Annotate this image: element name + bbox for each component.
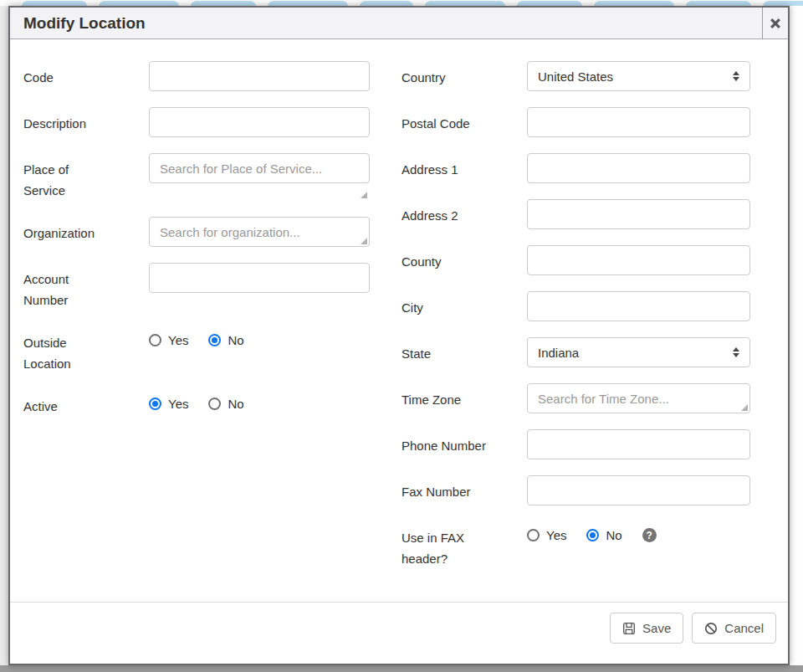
country-select[interactable]: United States	[527, 61, 750, 91]
form-row-city: City	[402, 291, 750, 321]
place-of-service-label: Place of Service	[23, 153, 149, 201]
close-button[interactable]	[762, 8, 788, 38]
radio-icon	[149, 398, 161, 410]
address-1-label: Address 1	[402, 153, 527, 183]
address-2-input[interactable]	[527, 199, 750, 229]
city-control	[527, 291, 750, 321]
save-button-label: Save	[642, 621, 671, 635]
outside-location-radio-yes[interactable]: Yes	[149, 333, 188, 347]
use-in-fax-header-control: YesNo?	[527, 521, 750, 569]
form-row-active: ActiveYesNo	[23, 390, 370, 417]
use-in-fax-header-radio-no[interactable]: No	[586, 528, 621, 542]
county-control	[527, 245, 750, 275]
state-select[interactable]: Indiana	[527, 337, 750, 367]
address-2-control	[527, 199, 750, 229]
city-input[interactable]	[527, 291, 750, 321]
active-radio-yes[interactable]: Yes	[149, 397, 188, 411]
background-page-bottom	[0, 665, 803, 672]
background-page-left	[0, 6, 8, 665]
phone-number-control	[527, 429, 750, 459]
form-row-address-2: Address 2	[402, 199, 750, 229]
dialog-body: CodeDescriptionPlace of ServiceOrganizat…	[10, 39, 788, 602]
active-radio-group: YesNo	[149, 390, 370, 411]
fax-number-label: Fax Number	[402, 475, 527, 505]
form-row-organization: Organization	[23, 217, 370, 247]
radio-icon	[208, 334, 221, 346]
active-label: Active	[23, 390, 149, 417]
radio-icon	[586, 529, 599, 541]
form-row-address-1: Address 1	[402, 153, 750, 183]
outside-location-control: YesNo	[149, 326, 370, 374]
form-row-state: StateIndiana	[402, 337, 750, 367]
cancel-button[interactable]: Cancel	[692, 613, 776, 644]
account-number-control	[149, 263, 370, 310]
county-label: County	[402, 245, 527, 275]
postal-code-label: Postal Code	[402, 107, 527, 137]
form-column-right: CountryUnited StatesPostal CodeAddress 1…	[402, 61, 750, 602]
use-in-fax-header-radio-yes-label: Yes	[546, 528, 566, 542]
save-button[interactable]: Save	[610, 613, 683, 644]
address-2-label: Address 2	[402, 199, 527, 229]
dialog-header: Modify Location	[10, 8, 788, 39]
address-1-input[interactable]	[527, 153, 750, 183]
organization-search-input[interactable]	[149, 217, 370, 247]
active-radio-no-label: No	[228, 397, 243, 411]
place-of-service-search-input[interactable]	[149, 153, 370, 183]
phone-number-input[interactable]	[527, 429, 750, 459]
form-row-place-of-service: Place of Service	[23, 153, 370, 201]
active-radio-yes-label: Yes	[168, 397, 188, 411]
corner-grip-icon	[741, 404, 748, 411]
city-label: City	[402, 291, 527, 321]
description-control	[149, 107, 370, 137]
cancel-button-label: Cancel	[724, 621, 764, 635]
county-input[interactable]	[527, 245, 750, 275]
form-row-fax-number: Fax Number	[402, 475, 750, 505]
active-control: YesNo	[149, 390, 370, 417]
floppy-disk-icon	[622, 622, 636, 635]
account-number-input[interactable]	[149, 263, 370, 293]
use-in-fax-header-radio-no-label: No	[606, 528, 621, 542]
postal-code-control	[527, 107, 750, 137]
close-icon	[770, 18, 781, 29]
country-control: United States	[527, 61, 750, 91]
code-input[interactable]	[149, 61, 370, 91]
radio-icon	[208, 398, 221, 410]
background-page-top	[0, 0, 803, 6]
dialog-title: Modify Location	[10, 14, 146, 33]
form-row-use-in-fax-header: Use in FAX header?YesNo?	[402, 521, 750, 569]
form-row-time-zone: Time Zone	[402, 383, 750, 413]
state-select-value: Indiana	[538, 346, 579, 360]
time-zone-label: Time Zone	[402, 383, 527, 413]
form-row-phone-number: Phone Number	[402, 429, 750, 459]
outside-location-label: Outside Location	[23, 326, 149, 374]
use-in-fax-header-radio-group: YesNo?	[527, 521, 750, 542]
use-in-fax-header-radio-yes[interactable]: Yes	[527, 528, 566, 542]
state-control: Indiana	[527, 337, 750, 367]
account-number-label: Account Number	[23, 263, 149, 310]
place-of-service-control	[149, 153, 370, 201]
help-icon[interactable]: ?	[642, 528, 657, 542]
time-zone-search-input[interactable]	[527, 383, 750, 413]
fax-number-input[interactable]	[527, 475, 750, 505]
organization-label: Organization	[23, 217, 149, 247]
use-in-fax-header-label: Use in FAX header?	[402, 521, 527, 569]
active-radio-no[interactable]: No	[208, 397, 243, 411]
form-row-outside-location: Outside LocationYesNo	[23, 326, 370, 374]
outside-location-radio-no[interactable]: No	[208, 333, 243, 347]
ban-circle-icon	[704, 622, 718, 635]
organization-control	[149, 217, 370, 247]
outside-location-radio-group: YesNo	[149, 326, 370, 347]
form-row-account-number: Account Number	[23, 263, 370, 310]
form-column-left: CodeDescriptionPlace of ServiceOrganizat…	[23, 61, 370, 602]
form-row-country: CountryUnited States	[402, 61, 750, 91]
description-input[interactable]	[149, 107, 370, 137]
phone-number-label: Phone Number	[402, 429, 527, 459]
country-select-value: United States	[538, 69, 613, 84]
form-row-description: Description	[23, 107, 370, 137]
corner-grip-icon	[361, 238, 367, 244]
code-label: Code	[23, 61, 149, 91]
corner-grip-icon	[361, 192, 367, 198]
form-row-code: Code	[23, 61, 370, 91]
postal-code-input[interactable]	[527, 107, 750, 137]
description-label: Description	[23, 107, 149, 137]
